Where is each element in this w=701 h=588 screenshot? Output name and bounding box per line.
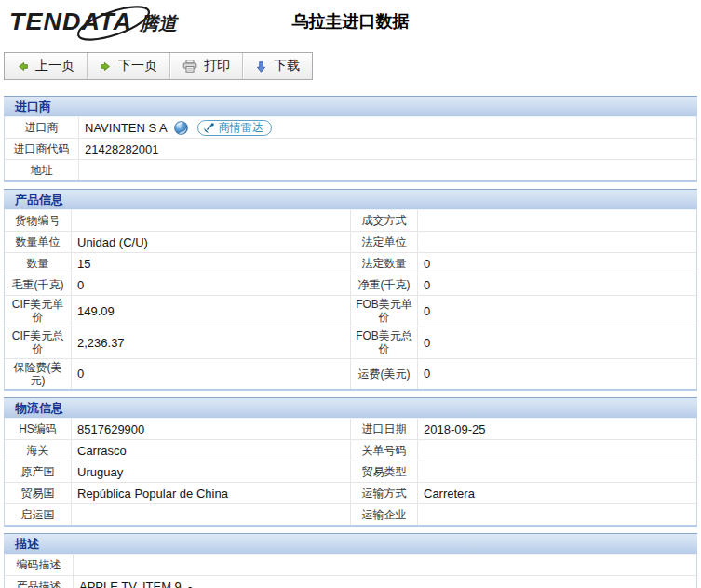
row-label: 运费(美元) — [351, 359, 418, 390]
row-label: 海关 — [5, 440, 72, 461]
row-label: 保险费(美元) — [5, 359, 72, 390]
section-table: HS编码8517629900进口日期2018-09-25海关Carrasco关单… — [4, 418, 697, 525]
table-row: 数量单位Unidad (C/U)法定单位 — [5, 231, 696, 252]
table-row: 货物编号成交方式 — [5, 210, 696, 231]
row-label: 贸易国 — [5, 483, 72, 503]
row-value: 21428282001 — [79, 139, 696, 159]
row-value: 8517629900 — [72, 419, 351, 439]
toolbar-button-1[interactable]: 上一页 — [5, 53, 88, 79]
table-row: 毛重(千克)0净重(千克)0 — [5, 274, 696, 295]
row-value-text: NAVINTEN S A — [85, 121, 168, 135]
toolbar-button-4[interactable]: 下载 — [243, 53, 312, 79]
table-row: 海关Carrasco关单号码 — [5, 439, 696, 461]
row-label: 关单号码 — [351, 440, 418, 461]
row-label: 产品描述 — [5, 576, 74, 588]
section-description: 描述编码描述产品描述APPLE TV. ITEM 9 .- — [4, 533, 697, 588]
row-value: 15 — [72, 253, 351, 274]
globe-icon[interactable] — [174, 121, 188, 135]
row-label: 运输方式 — [351, 483, 418, 503]
toolbar-button-label: 下载 — [274, 58, 300, 74]
row-label: 编码描述 — [5, 555, 74, 575]
row-label: 运输企业 — [351, 504, 418, 525]
logo-text: TENDATA — [9, 8, 132, 36]
arrow-down-icon — [255, 60, 267, 73]
row-value: 0 — [418, 274, 696, 295]
row-value: 0 — [72, 359, 351, 390]
section-product-info: 产品信息货物编号成交方式数量单位Unidad (C/U)法定单位数量15法定数量… — [4, 189, 697, 391]
arrow-left-icon — [17, 60, 29, 73]
section-table: 货物编号成交方式数量单位Unidad (C/U)法定单位数量15法定数量0毛重(… — [4, 209, 697, 389]
table-row: 进口商代码21428282001 — [5, 138, 696, 159]
toolbar-button-2[interactable]: 下一页 — [88, 53, 170, 79]
row-label: FOB美元单价 — [351, 296, 418, 327]
row-label: 净重(千克) — [351, 274, 418, 295]
row-label: 启运国 — [5, 504, 72, 525]
row-label: 进口商 — [5, 117, 79, 138]
row-value-text: APPLE TV. ITEM 9 .- — [79, 580, 192, 588]
table-row: 原产国Uruguay贸易类型 — [5, 461, 696, 482]
row-label: 原产国 — [5, 461, 72, 482]
tendata-logo: TENDATA 腾道 — [9, 7, 177, 36]
logo-cn-text: 腾道 — [140, 11, 177, 36]
section-title: 产品信息 — [15, 193, 63, 207]
radar-button[interactable]: 商情雷达 — [197, 120, 272, 136]
row-label: 货物编号 — [5, 210, 72, 231]
row-value: Carrasco — [72, 440, 351, 461]
row-value — [72, 210, 351, 231]
row-value: República Popular de China — [72, 483, 351, 503]
table-row: 保险费(美元)0运费(美元)0 — [5, 358, 696, 390]
arrow-right-icon — [100, 60, 112, 73]
row-value — [74, 555, 696, 575]
row-value — [418, 232, 696, 252]
section-header: 描述 — [4, 533, 697, 554]
row-label: 进口日期 — [351, 419, 418, 439]
row-value: 0 — [418, 327, 696, 358]
section-header: 进口商 — [4, 96, 697, 116]
row-value: Carretera — [418, 483, 696, 503]
row-value: NAVINTEN S A商情雷达 — [79, 117, 696, 138]
content: 进口商进口商NAVINTEN S A商情雷达进口商代码21428282001地址… — [4, 96, 697, 588]
table-row: HS编码8517629900进口日期2018-09-25 — [5, 419, 696, 439]
row-label: 数量 — [5, 253, 72, 274]
table-row: 进口商NAVINTEN S A商情雷达 — [5, 117, 696, 138]
row-value: 2,236.37 — [72, 327, 351, 358]
row-label: CIF美元总价 — [5, 327, 72, 358]
row-value — [418, 440, 696, 461]
section-table: 编码描述产品描述APPLE TV. ITEM 9 .- — [4, 554, 697, 588]
row-value: 0 — [72, 274, 351, 295]
section-importer: 进口商进口商NAVINTEN S A商情雷达进口商代码21428282001地址 — [4, 96, 697, 182]
page-header: TENDATA 腾道 乌拉圭进口数据 — [0, 0, 701, 52]
section-table: 进口商NAVINTEN S A商情雷达进口商代码21428282001地址 — [4, 116, 697, 180]
table-row: CIF美元总价2,236.37FOB美元总价0 — [5, 327, 696, 358]
row-value — [79, 160, 696, 180]
row-value: APPLE TV. ITEM 9 .- — [74, 576, 696, 588]
toolbar: 上一页下一页打印下载 — [4, 52, 313, 80]
row-value — [72, 504, 351, 525]
section-title: 物流信息 — [15, 401, 63, 415]
toolbar-button-3[interactable]: 打印 — [170, 53, 243, 79]
row-value: Unidad (C/U) — [72, 232, 351, 252]
toolbar-button-label: 打印 — [204, 58, 230, 74]
row-value-text: 21428282001 — [85, 142, 159, 156]
radar-button-label: 商情雷达 — [219, 120, 263, 136]
toolbar-button-label: 下一页 — [118, 58, 157, 74]
table-row: CIF美元单价149.09FOB美元单价0 — [5, 295, 696, 327]
radar-icon — [203, 122, 215, 134]
row-label: 地址 — [5, 160, 79, 180]
table-row: 启运国运输企业 — [5, 503, 696, 525]
table-row: 编码描述 — [5, 555, 696, 575]
row-label: 法定数量 — [351, 253, 418, 274]
row-value: 2018-09-25 — [418, 419, 696, 439]
row-value — [418, 461, 696, 482]
row-label: 毛重(千克) — [5, 274, 72, 295]
row-label: 成交方式 — [351, 210, 418, 231]
row-label: FOB美元总价 — [351, 327, 418, 358]
row-label: 贸易类型 — [351, 461, 418, 482]
section-header: 产品信息 — [4, 189, 697, 209]
table-row: 贸易国República Popular de China运输方式Carrete… — [5, 482, 696, 503]
section-header: 物流信息 — [4, 397, 697, 418]
row-label: HS编码 — [5, 419, 72, 439]
row-value: 0 — [418, 359, 696, 390]
toolbar-button-label: 上一页 — [35, 58, 74, 74]
row-label: CIF美元单价 — [5, 296, 72, 327]
